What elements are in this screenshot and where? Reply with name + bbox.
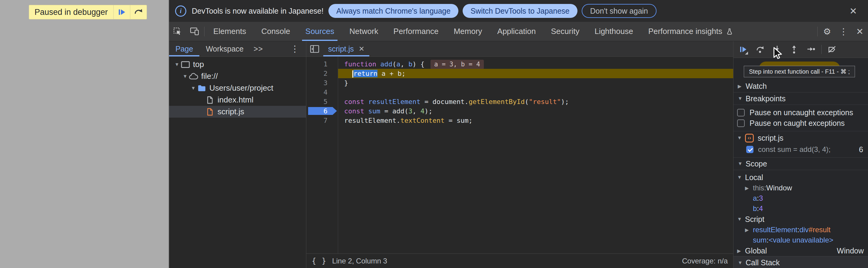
code-line-text[interactable]: return a + b; [338, 69, 733, 78]
chevron-right-icon[interactable]: ▶ [737, 248, 745, 254]
code-line-text[interactable]: const resultElement = document.getElemen… [338, 97, 733, 107]
deactivate-breakpoints-button[interactable] [824, 41, 840, 58]
tab-lighthouse[interactable]: Lighthouse [587, 22, 641, 41]
code-line-text[interactable]: function add(a, b) {a = 3, b = 4 [338, 59, 733, 69]
toggle-navigator-button[interactable] [306, 41, 323, 56]
tree-item-users-user-project[interactable]: ▼Users/user/project [169, 82, 306, 94]
tab-label: Security [551, 27, 580, 36]
resume-script-button[interactable] [114, 5, 130, 19]
editor-status-bar: { } Line 2, Column 3 Coverage: n/a [306, 254, 733, 268]
breakpoint-checkbox[interactable] [746, 146, 753, 153]
code-token: a [396, 60, 400, 68]
chevron-down-icon[interactable]: ▼ [173, 62, 181, 67]
step-into-button[interactable] [769, 41, 785, 58]
code-editor[interactable]: 1function add(a, b) {a = 3, b = 42 retur… [306, 57, 733, 254]
section-scope[interactable]: ▼ Scope [734, 158, 868, 170]
inspect-element-button[interactable] [169, 22, 186, 41]
tab-workspace[interactable]: Workspace [199, 41, 250, 56]
scope-value-part: resultElement [753, 226, 798, 234]
inspect-icon [173, 27, 182, 36]
step-out-button[interactable] [785, 41, 803, 58]
debugger-sidebar: Step into next function call - F11 - ⌘ ;… [733, 41, 868, 268]
notification-close-icon[interactable]: ✕ [849, 6, 857, 17]
tree-item-top[interactable]: ▼top [169, 59, 306, 70]
code-token: a + b; [377, 70, 406, 77]
pause-uncaught-checkbox[interactable] [737, 109, 745, 116]
line-number[interactable]: 5 [306, 97, 338, 107]
code-token [364, 98, 368, 106]
code-line-5: 5const resultElement = document.getEleme… [306, 97, 733, 107]
chevron-down-icon[interactable]: ▼ [190, 86, 197, 91]
tab-console[interactable]: Console [254, 22, 298, 41]
scope-property: b: 4 [734, 203, 868, 214]
code-line-text[interactable]: resultElement.textContent = sum; [338, 116, 733, 125]
step-over-button[interactable] [130, 5, 147, 19]
tree-item-index-html[interactable]: index.html [169, 94, 306, 106]
tab-page[interactable]: Page [169, 41, 199, 56]
chevron-down-icon[interactable]: ▼ [182, 74, 189, 79]
tab-network[interactable]: Network [342, 22, 386, 41]
editor-tab-scriptjs[interactable]: script.js ✕ [323, 41, 370, 56]
switch-to-japanese-button[interactable]: Switch DevTools to Japanese [463, 4, 578, 18]
tab-label: Sources [305, 27, 334, 36]
tab-elements[interactable]: Elements [206, 22, 254, 41]
tree-item-script-js[interactable]: script.js [169, 106, 306, 118]
code-line-text[interactable]: } [338, 78, 733, 88]
line-number[interactable]: 2 [306, 69, 338, 78]
chevron-right-icon[interactable]: ▶ [745, 227, 753, 233]
navigator-menu-icon[interactable]: ⋮ [287, 41, 303, 56]
dont-show-again-button[interactable]: Don't show again [582, 4, 656, 18]
tab-security[interactable]: Security [544, 22, 587, 41]
tab-application[interactable]: Application [490, 22, 543, 41]
step-button[interactable] [803, 41, 819, 58]
scope-group-local[interactable]: ▼Local [734, 172, 868, 183]
code-token: , [400, 60, 408, 68]
device-toolbar-button[interactable] [186, 22, 203, 41]
breakpoint-file-row[interactable]: ▼ ‹› script.js [734, 132, 868, 144]
editor-pane: script.js ✕ 1function add(a, b) {a = 3, … [306, 41, 733, 268]
scope-property[interactable]: ▶resultElement: div#result [734, 225, 868, 235]
line-number[interactable]: 4 [306, 88, 338, 97]
close-devtools-icon[interactable]: ✕ [851, 22, 868, 41]
tab-performance-insights[interactable]: Performance insights [641, 22, 741, 41]
more-tabs-icon[interactable]: >> [250, 44, 267, 53]
line-number[interactable]: 7 [306, 116, 338, 125]
code-line-text[interactable] [338, 88, 733, 97]
chevron-down-icon[interactable]: ▼ [737, 216, 745, 222]
line-number[interactable]: 3 [306, 78, 338, 88]
line-number-label: 4 [323, 89, 328, 96]
more-options-icon[interactable]: ⋮ [835, 22, 851, 41]
resume-execution-button[interactable] [735, 41, 752, 58]
code-token: add [380, 60, 392, 68]
tab-label: Application [497, 27, 536, 36]
section-watch[interactable]: ▶ Watch [734, 80, 868, 92]
tab-memory[interactable]: Memory [446, 22, 490, 41]
pretty-print-icon[interactable]: { } [312, 257, 327, 265]
step-over-button[interactable] [752, 41, 769, 58]
line-number-label: 1 [323, 60, 328, 68]
scope-value-part: : [767, 236, 769, 244]
file-tree: ▼top▼file://▼Users/user/projectindex.htm… [169, 57, 306, 118]
tab-performance[interactable]: Performance [386, 22, 446, 41]
code-line-text[interactable]: const sum = add(3, 4); [338, 107, 733, 116]
chevron-right-icon[interactable]: ▶ [745, 185, 753, 191]
pause-caught-checkbox[interactable] [737, 119, 745, 127]
scope-group-global[interactable]: ▶GlobalWindow [734, 245, 868, 256]
panel-left-icon [310, 45, 319, 53]
scope-property[interactable]: ▶this: Window [734, 183, 868, 193]
section-breakpoints[interactable]: ▼ Breakpoints [734, 92, 868, 105]
line-number[interactable]: 1 [306, 59, 338, 69]
breakpoint-entry-row[interactable]: const sum = add(3, 4); 6 [734, 144, 868, 155]
settings-gear-icon[interactable]: ⚙ [819, 22, 835, 41]
breakpoint-marker[interactable]: 6 [306, 107, 338, 116]
close-tab-icon[interactable]: ✕ [359, 45, 365, 53]
always-match-language-button[interactable]: Always match Chrome's language [329, 4, 458, 18]
code-token: , [412, 107, 421, 115]
scope-group-script[interactable]: ▼Script [734, 214, 868, 225]
chevron-down-icon[interactable]: ▼ [737, 175, 745, 180]
section-call-stack[interactable]: ▼ Call Stack [734, 256, 868, 268]
line-number-label: 5 [323, 98, 328, 106]
tree-item-file-[interactable]: ▼file:// [169, 70, 306, 82]
tab-sources[interactable]: Sources [298, 22, 342, 41]
exception-options: Pause on uncaught exceptions Pause on ca… [734, 105, 868, 131]
